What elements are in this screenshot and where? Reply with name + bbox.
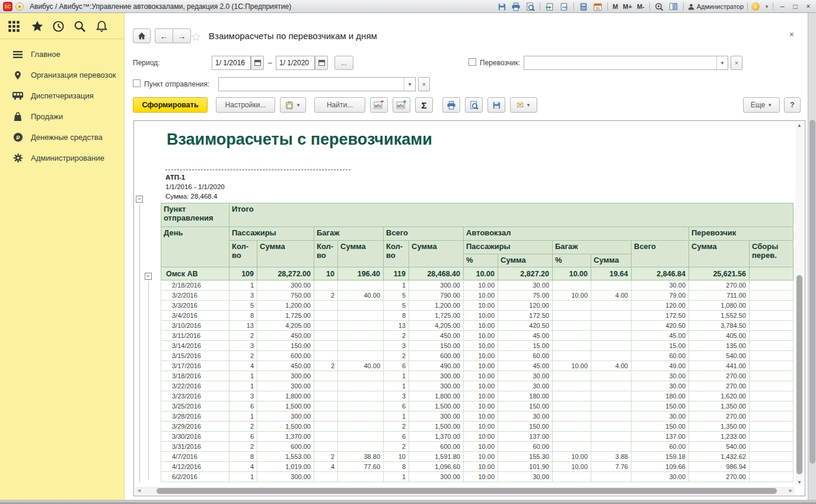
- table-cell: [553, 412, 591, 422]
- table-cell: 10.00: [464, 432, 498, 442]
- help-button[interactable]: ?: [784, 97, 801, 113]
- sidebar-item-organizaciya-perevozok[interactable]: Организация перевозок: [0, 65, 125, 85]
- horizontal-scrollbar-thumb[interactable]: [157, 488, 777, 494]
- memory-recall-button[interactable]: М: [611, 3, 619, 10]
- maximize-button[interactable]: □: [790, 2, 801, 11]
- info-icon[interactable]: i: [751, 2, 760, 11]
- calculator-icon[interactable]: [578, 1, 589, 12]
- table-cell: 10.00: [464, 331, 498, 341]
- date-to-input[interactable]: 1/ 1/2020: [276, 56, 315, 70]
- sidebar-item-prodazhi[interactable]: Продажи: [0, 106, 125, 127]
- table-cell: 300.00: [409, 472, 464, 482]
- departure-input[interactable]: ▼: [218, 77, 416, 91]
- sidebar-item-glavnoe[interactable]: Главное: [0, 44, 125, 65]
- expand-groups-button[interactable]: абс: [393, 97, 410, 113]
- table-cell: 45.00: [632, 331, 689, 341]
- carrier-checkbox[interactable]: [468, 58, 476, 66]
- history-icon[interactable]: [52, 20, 65, 33]
- favorite-star-icon[interactable]: ☆: [190, 30, 201, 44]
- column-header: Перевозчик: [689, 227, 793, 241]
- sum-button[interactable]: Σ: [415, 97, 433, 113]
- generate-button[interactable]: Сформировать: [133, 97, 208, 113]
- scroll-up-icon[interactable]: ▲: [797, 123, 802, 128]
- table-cell: 6: [384, 432, 409, 442]
- calendar-icon[interactable]: 31: [592, 1, 604, 12]
- column-header: Автовокзал: [464, 227, 689, 241]
- forward-button[interactable]: →: [173, 28, 191, 43]
- table-cell: 10.00: [464, 412, 498, 422]
- import-icon[interactable]: [544, 1, 556, 12]
- send-mail-button[interactable]: ✉ ▼: [510, 97, 537, 113]
- departure-clear-button[interactable]: ×: [418, 77, 430, 91]
- table-cell: [553, 371, 591, 381]
- date-to-calendar-button[interactable]: [315, 56, 328, 70]
- save-report-button[interactable]: [487, 97, 505, 113]
- table-cell: 1,350.00: [689, 401, 750, 412]
- notifications-bell-icon[interactable]: [95, 20, 108, 33]
- home-button[interactable]: [133, 28, 151, 43]
- split-panel-icon[interactable]: [668, 1, 680, 12]
- scroll-down-icon[interactable]: ▼: [797, 480, 802, 485]
- table-cell: 300.00: [257, 472, 314, 482]
- table-cell: 1: [230, 371, 257, 381]
- vertical-scrollbar-thumb[interactable]: [796, 275, 802, 474]
- preview-button[interactable]: [465, 97, 483, 113]
- table-row: 2/18/20161300.001300.0010.0030.0030.0027…: [161, 280, 793, 291]
- table-cell: [338, 472, 384, 482]
- current-user[interactable]: Администратор: [687, 3, 744, 11]
- horizontal-scrollbar[interactable]: ◄ ►: [135, 487, 795, 495]
- collapse-groups-button[interactable]: абс: [370, 97, 388, 113]
- column-header: Всего: [632, 241, 689, 267]
- memory-subtract-button[interactable]: М-: [636, 3, 646, 10]
- save-icon[interactable]: [496, 1, 508, 12]
- collapse-group-atp1-button[interactable]: −: [136, 196, 143, 203]
- chevron-down-icon[interactable]: ▼: [716, 56, 728, 69]
- print-preview-icon[interactable]: [524, 1, 536, 12]
- memory-add-button[interactable]: М+: [621, 3, 633, 10]
- departure-checkbox[interactable]: [133, 79, 141, 87]
- table-cell: [314, 311, 338, 321]
- print-icon[interactable]: [510, 1, 522, 12]
- shopping-bag-icon: [12, 111, 24, 122]
- bus-icon: [12, 91, 24, 100]
- back-button[interactable]: ←: [155, 28, 173, 43]
- carrier-input[interactable]: ▼: [524, 56, 728, 70]
- date-from-input[interactable]: 1/ 1/2016: [212, 56, 251, 70]
- collapse-group-omsk-button[interactable]: −: [145, 273, 152, 280]
- table-row: 3/2/20163750.00240.005790.0010.0075.0010…: [161, 291, 793, 301]
- period-more-button[interactable]: ...: [334, 56, 353, 70]
- info-dropdown-icon[interactable]: ▼: [764, 4, 769, 9]
- sidebar-item-denezhnye-sredstva[interactable]: Р Денежные средства: [0, 127, 125, 148]
- apps-grid-icon[interactable]: [8, 20, 20, 33]
- table-row: 3/30/201661,370.0061,370.0010.00137.0013…: [161, 432, 793, 442]
- scroll-left-icon[interactable]: ◄: [136, 487, 142, 493]
- window-vertical-scrollbar[interactable]: [808, 13, 816, 500]
- vertical-scrollbar[interactable]: ▲ ▼: [795, 122, 804, 486]
- zoom-in-icon[interactable]: [654, 1, 665, 12]
- paste-variant-button[interactable]: ▼: [280, 97, 306, 113]
- search-icon[interactable]: [74, 20, 86, 33]
- close-window-button[interactable]: ×: [803, 2, 814, 11]
- carrier-clear-button[interactable]: ×: [731, 56, 742, 70]
- sidebar-item-dispetcherizaciya[interactable]: Диспетчеризация: [0, 85, 125, 106]
- settings-button[interactable]: Настройки...: [216, 97, 275, 113]
- more-button[interactable]: Еще ▼: [743, 97, 780, 113]
- window-scrollbar-thumb[interactable]: [809, 120, 815, 464]
- table-cell: 1,553.00: [257, 452, 314, 462]
- close-form-button[interactable]: ×: [789, 30, 794, 39]
- scroll-right-icon[interactable]: ►: [788, 487, 793, 493]
- table-cell: 10.00: [464, 401, 498, 412]
- export-icon[interactable]: [558, 1, 570, 12]
- sidebar-item-administrirovanie[interactable]: Администрирование: [0, 148, 125, 168]
- favorites-star-icon[interactable]: [31, 20, 44, 33]
- print-button[interactable]: [442, 97, 460, 113]
- minimize-button[interactable]: –: [777, 2, 788, 11]
- date-from-calendar-button[interactable]: [251, 56, 264, 70]
- find-button[interactable]: Найти...: [314, 97, 365, 113]
- abc-plus-icon: абс: [396, 100, 407, 110]
- row-date-cell: 3/15/2016: [161, 351, 230, 361]
- table-cell: [338, 321, 384, 331]
- chevron-down-icon[interactable]: ▼: [404, 78, 415, 91]
- table-cell: [338, 301, 384, 311]
- system-menu-button[interactable]: ▼: [15, 2, 24, 11]
